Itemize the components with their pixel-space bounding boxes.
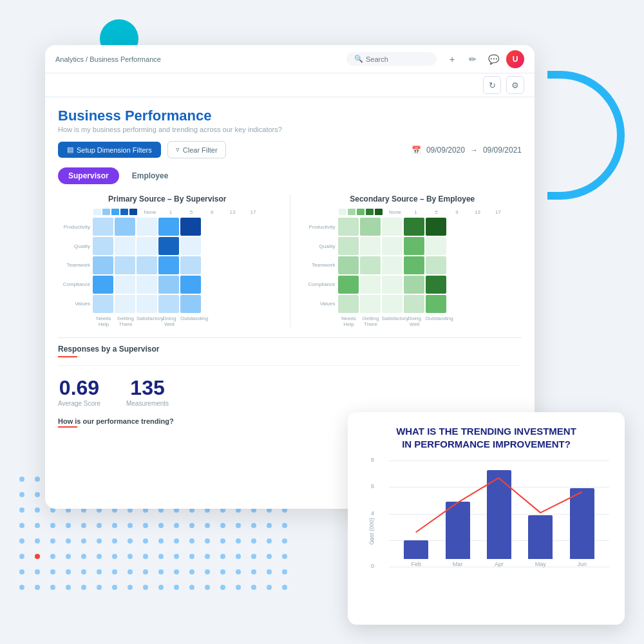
investment-title: WHAT IS THE TRENDING INVESTMENTIN PERFOR… — [363, 425, 609, 450]
section-divider — [58, 337, 522, 338]
heatmap-cell — [93, 237, 113, 255]
chart-inner: 8 6 4 2 0 FebMarAprMayJun — [389, 460, 609, 583]
secondary-heatmap: None 1 5 9 13 17 Productivity Quality Te — [303, 209, 522, 327]
heatmap-cell — [137, 295, 157, 313]
heatmap-cell — [158, 218, 179, 236]
settings-icon[interactable]: ⚙ — [506, 76, 524, 94]
primary-chart-section: Primary Source – By Supervisor None — [58, 194, 277, 327]
search-input[interactable] — [366, 55, 430, 63]
filter-icon: ▤ — [67, 146, 73, 154]
heatmap-grid-blue — [93, 218, 201, 313]
heatmap-cell — [404, 237, 424, 255]
heatmap-cell — [404, 295, 424, 313]
heatmap-cell — [137, 237, 157, 255]
heatmap-cell — [93, 218, 113, 236]
heatmap-cell — [360, 276, 381, 294]
heatmap-cell — [426, 218, 446, 236]
heatmap-cell — [360, 256, 381, 274]
edit-icon[interactable]: ✏ — [465, 52, 480, 67]
heatmap-cell — [382, 218, 402, 236]
heatmap-cell — [382, 237, 402, 255]
heatmap-cell — [338, 237, 359, 255]
tab-employee[interactable]: Employee — [122, 167, 179, 184]
heatmap-cell — [93, 276, 113, 294]
add-icon[interactable]: + — [444, 52, 460, 67]
heatmap-cell — [158, 256, 179, 274]
trending-underline — [58, 426, 77, 428]
measurements-label: Measurements — [126, 400, 169, 407]
heatmap-cell — [115, 295, 135, 313]
calendar-icon: 📅 — [412, 146, 421, 155]
heatmap-cell — [115, 218, 135, 236]
heatmap-cell — [180, 276, 201, 294]
heatmap-cell — [158, 276, 179, 294]
heatmap-x-labels-green: Needs Help Getting There Satisfactory Do… — [338, 316, 522, 327]
heatmap-cell — [382, 276, 402, 294]
page-title: Business Performance — [58, 108, 522, 124]
heatmap-cell — [180, 295, 201, 313]
heatmap-cell — [115, 237, 135, 255]
charts-row: Primary Source – By Supervisor None — [58, 194, 522, 327]
measurements-stat: 135 Measurements — [126, 376, 169, 407]
investment-card: WHAT IS THE TRENDING INVESTMENTIN PERFOR… — [348, 412, 625, 625]
heatmap-cell — [137, 218, 157, 236]
heatmap-body-blue: Productivity Quality Teamwork Compliance… — [58, 218, 277, 313]
avg-score-value: 0.69 — [58, 376, 100, 400]
heatmap-y-labels-blue: Productivity Quality Teamwork Compliance… — [58, 218, 90, 313]
bar-label: Jun — [577, 561, 587, 567]
top-bar: Analytics / Business Performance 🔍 + ✏ 💬… — [45, 45, 535, 73]
heatmap-cell — [115, 276, 135, 294]
heatmap-grid-green — [338, 218, 446, 313]
settings-row: ↻ ⚙ — [45, 73, 535, 97]
message-icon[interactable]: 💬 — [486, 52, 501, 67]
breadcrumb: Analytics / Business Performance — [55, 55, 346, 63]
primary-heatmap: None 1 5 9 13 17 Productivity Quality Te — [58, 209, 277, 327]
heatmap-cell — [137, 256, 157, 274]
search-icon: 🔍 — [354, 55, 363, 63]
heatmap-cell — [426, 276, 446, 294]
avg-score-stat: 0.69 Average Score — [58, 376, 100, 407]
page-subtitle: How is my business performing and trendi… — [58, 126, 522, 133]
heatmap-cell — [338, 218, 359, 236]
heatmap-cell — [426, 256, 446, 274]
chart-divider — [290, 194, 290, 327]
funnel-icon: ▿ — [176, 146, 180, 154]
heatmap-cell — [382, 256, 402, 274]
responses-section: Responses by a Supervisor 0.69 Average S… — [58, 345, 522, 417]
filter-row: ▤ Setup Dimension Filters ▿ Clear Filter… — [58, 141, 522, 158]
bar-chart-area: Cost (000) 8 6 4 2 0 FebMarAprMayJun — [363, 460, 609, 602]
heatmap-cell — [404, 218, 424, 236]
clear-filter-button[interactable]: ▿ Clear Filter — [167, 141, 226, 158]
content-area: Business Performance How is my business … — [45, 97, 535, 438]
date-range: 📅 09/09/2020 → 09/09/2021 — [412, 146, 522, 155]
heatmap-cell — [180, 256, 201, 274]
avg-score-label: Average Score — [58, 400, 100, 407]
heatmap-cell — [360, 237, 381, 255]
heatmap-x-labels-blue: Needs Help Getting There Satisfactory Do… — [93, 316, 277, 327]
measurements-value: 135 — [126, 376, 169, 400]
heatmap-cell — [338, 295, 359, 313]
tab-row: Supervisor Employee — [58, 167, 522, 184]
heatmap-cell — [426, 295, 446, 313]
avatar[interactable]: U — [506, 50, 524, 68]
tab-supervisor[interactable]: Supervisor — [58, 167, 119, 184]
responses-underline — [58, 356, 77, 357]
heatmap-cell — [180, 218, 201, 236]
heatmap-cell — [382, 295, 402, 313]
heatmap-y-labels-green: Productivity Quality Teamwork Compliance… — [303, 218, 336, 313]
setup-dimension-filters-button[interactable]: ▤ Setup Dimension Filters — [58, 142, 161, 158]
heatmap-cell — [180, 237, 201, 255]
secondary-chart-title: Secondary Source – By Employee — [303, 194, 522, 204]
heatmap-cell — [404, 276, 424, 294]
heatmap-scale-green: None 1 5 9 13 17 — [339, 209, 522, 215]
heatmap-cell — [158, 295, 179, 313]
heatmap-scale-blue: None 1 5 9 13 17 — [93, 209, 277, 215]
search-bar[interactable]: 🔍 — [346, 52, 437, 66]
heatmap-cell — [360, 295, 381, 313]
refresh-icon[interactable]: ↻ — [483, 76, 501, 94]
bar-label: Mar — [453, 561, 463, 567]
heatmap-cell — [338, 276, 359, 294]
heatmap-cell — [137, 276, 157, 294]
bar-label: Feb — [411, 561, 421, 567]
bar-label: May — [535, 561, 546, 567]
